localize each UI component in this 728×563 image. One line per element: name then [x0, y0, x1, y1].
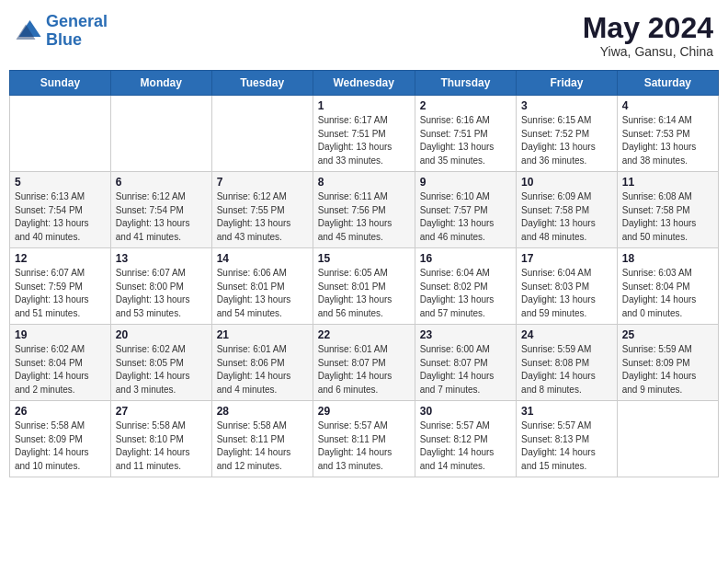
day-number: 25: [622, 328, 713, 341]
day-number: 27: [116, 405, 207, 418]
day-number: 9: [420, 176, 511, 189]
day-number: 30: [420, 405, 511, 418]
weekday-header-thursday: Thursday: [415, 71, 516, 96]
day-info: Sunrise: 6:17 AMSunset: 7:51 PMDaylight:…: [318, 114, 410, 167]
calendar-day-1: 1Sunrise: 6:17 AMSunset: 7:51 PMDaylight…: [313, 96, 415, 172]
location: Yiwa, Gansu, China: [583, 44, 713, 59]
calendar-day-25: 25Sunrise: 5:59 AMSunset: 8:09 PMDayligh…: [617, 325, 718, 401]
title-block: May 2024 Yiwa, Gansu, China: [583, 13, 713, 59]
day-number: 8: [318, 176, 410, 189]
calendar-day-21: 21Sunrise: 6:01 AMSunset: 8:06 PMDayligh…: [211, 325, 313, 401]
day-info: Sunrise: 6:13 AMSunset: 7:54 PMDaylight:…: [15, 190, 106, 244]
calendar-day-27: 27Sunrise: 5:58 AMSunset: 8:10 PMDayligh…: [110, 401, 211, 477]
day-info: Sunrise: 6:10 AMSunset: 7:57 PMDaylight:…: [420, 190, 511, 244]
calendar-empty-cell: [110, 96, 211, 172]
calendar-day-6: 6Sunrise: 6:12 AMSunset: 7:54 PMDaylight…: [110, 172, 211, 248]
day-info: Sunrise: 5:58 AMSunset: 8:10 PMDaylight:…: [116, 419, 207, 473]
calendar-day-15: 15Sunrise: 6:05 AMSunset: 8:01 PMDayligh…: [313, 248, 415, 325]
weekday-header-wednesday: Wednesday: [313, 71, 415, 96]
day-info: Sunrise: 5:59 AMSunset: 8:08 PMDaylight:…: [521, 343, 612, 396]
day-info: Sunrise: 5:58 AMSunset: 8:11 PMDaylight:…: [217, 419, 308, 473]
day-number: 19: [15, 328, 106, 341]
day-info: Sunrise: 6:00 AMSunset: 8:07 PMDaylight:…: [420, 343, 511, 396]
day-number: 17: [521, 252, 612, 265]
calendar-day-5: 5Sunrise: 6:13 AMSunset: 7:54 PMDaylight…: [10, 172, 111, 248]
day-number: 23: [420, 328, 511, 341]
weekday-header-tuesday: Tuesday: [211, 71, 313, 96]
weekday-header-row: SundayMondayTuesdayWednesdayThursdayFrid…: [10, 71, 719, 96]
day-number: 11: [622, 176, 713, 189]
day-info: Sunrise: 5:57 AMSunset: 8:12 PMDaylight:…: [420, 419, 511, 473]
day-info: Sunrise: 6:15 AMSunset: 7:52 PMDaylight:…: [521, 114, 612, 167]
day-number: 14: [217, 252, 308, 265]
day-info: Sunrise: 6:07 AMSunset: 7:59 PMDaylight:…: [15, 267, 106, 320]
day-number: 26: [15, 405, 106, 418]
logo-text: General Blue: [46, 13, 108, 50]
calendar-day-14: 14Sunrise: 6:06 AMSunset: 8:01 PMDayligh…: [211, 248, 313, 325]
day-number: 5: [15, 176, 106, 189]
calendar-day-18: 18Sunrise: 6:03 AMSunset: 8:04 PMDayligh…: [617, 248, 718, 325]
day-number: 31: [521, 405, 612, 418]
day-info: Sunrise: 6:11 AMSunset: 7:56 PMDaylight:…: [318, 190, 410, 244]
day-info: Sunrise: 6:03 AMSunset: 8:04 PMDaylight:…: [622, 267, 713, 320]
day-info: Sunrise: 6:04 AMSunset: 8:02 PMDaylight:…: [420, 267, 511, 320]
day-info: Sunrise: 6:06 AMSunset: 8:01 PMDaylight:…: [217, 267, 308, 320]
calendar-day-8: 8Sunrise: 6:11 AMSunset: 7:56 PMDaylight…: [313, 172, 415, 248]
day-number: 3: [521, 99, 612, 112]
calendar-day-23: 23Sunrise: 6:00 AMSunset: 8:07 PMDayligh…: [415, 325, 516, 401]
day-info: Sunrise: 6:12 AMSunset: 7:55 PMDaylight:…: [217, 190, 308, 244]
calendar-day-7: 7Sunrise: 6:12 AMSunset: 7:55 PMDaylight…: [211, 172, 313, 248]
day-info: Sunrise: 6:16 AMSunset: 7:51 PMDaylight:…: [420, 114, 511, 167]
calendar-day-13: 13Sunrise: 6:07 AMSunset: 8:00 PMDayligh…: [110, 248, 211, 325]
weekday-header-monday: Monday: [110, 71, 211, 96]
calendar-day-4: 4Sunrise: 6:14 AMSunset: 7:53 PMDaylight…: [617, 96, 718, 172]
weekday-header-saturday: Saturday: [617, 71, 718, 96]
day-number: 16: [420, 252, 511, 265]
day-info: Sunrise: 6:05 AMSunset: 8:01 PMDaylight:…: [318, 267, 410, 320]
day-number: 12: [15, 252, 106, 265]
calendar-day-17: 17Sunrise: 6:04 AMSunset: 8:03 PMDayligh…: [517, 248, 618, 325]
weekday-header-sunday: Sunday: [10, 71, 111, 96]
calendar-day-12: 12Sunrise: 6:07 AMSunset: 7:59 PMDayligh…: [10, 248, 111, 325]
day-info: Sunrise: 6:01 AMSunset: 8:07 PMDaylight:…: [318, 343, 410, 396]
day-number: 6: [116, 176, 207, 189]
weekday-header-friday: Friday: [517, 71, 618, 96]
day-number: 28: [217, 405, 308, 418]
day-number: 15: [318, 252, 410, 265]
day-number: 13: [116, 252, 207, 265]
calendar-day-19: 19Sunrise: 6:02 AMSunset: 8:04 PMDayligh…: [10, 325, 111, 401]
day-number: 20: [116, 328, 207, 341]
day-info: Sunrise: 6:01 AMSunset: 8:06 PMDaylight:…: [217, 343, 308, 396]
day-info: Sunrise: 6:02 AMSunset: 8:04 PMDaylight:…: [15, 343, 106, 396]
day-info: Sunrise: 6:04 AMSunset: 8:03 PMDaylight:…: [521, 267, 612, 320]
calendar-table: SundayMondayTuesdayWednesdayThursdayFrid…: [9, 70, 719, 477]
calendar-empty-cell: [617, 401, 718, 477]
day-info: Sunrise: 6:07 AMSunset: 8:00 PMDaylight:…: [116, 267, 207, 320]
calendar-day-11: 11Sunrise: 6:08 AMSunset: 7:58 PMDayligh…: [617, 172, 718, 248]
calendar-day-10: 10Sunrise: 6:09 AMSunset: 7:58 PMDayligh…: [517, 172, 618, 248]
calendar-day-30: 30Sunrise: 5:57 AMSunset: 8:12 PMDayligh…: [415, 401, 516, 477]
day-info: Sunrise: 6:02 AMSunset: 8:05 PMDaylight:…: [116, 343, 207, 396]
calendar-day-22: 22Sunrise: 6:01 AMSunset: 8:07 PMDayligh…: [313, 325, 415, 401]
day-number: 21: [217, 328, 308, 341]
page-header: General Blue May 2024 Yiwa, Gansu, China: [9, 9, 719, 63]
day-info: Sunrise: 6:08 AMSunset: 7:58 PMDaylight:…: [622, 190, 713, 244]
logo-icon: [15, 17, 42, 45]
day-number: 10: [521, 176, 612, 189]
day-number: 18: [622, 252, 713, 265]
calendar-day-2: 2Sunrise: 6:16 AMSunset: 7:51 PMDaylight…: [415, 96, 516, 172]
day-info: Sunrise: 5:57 AMSunset: 8:11 PMDaylight:…: [318, 419, 410, 473]
calendar-day-29: 29Sunrise: 5:57 AMSunset: 8:11 PMDayligh…: [313, 401, 415, 477]
calendar-week-row: 1Sunrise: 6:17 AMSunset: 7:51 PMDaylight…: [10, 96, 719, 172]
day-info: Sunrise: 6:14 AMSunset: 7:53 PMDaylight:…: [622, 114, 713, 167]
calendar-week-row: 19Sunrise: 6:02 AMSunset: 8:04 PMDayligh…: [10, 325, 719, 401]
day-info: Sunrise: 5:59 AMSunset: 8:09 PMDaylight:…: [622, 343, 713, 396]
calendar-day-28: 28Sunrise: 5:58 AMSunset: 8:11 PMDayligh…: [211, 401, 313, 477]
calendar-week-row: 26Sunrise: 5:58 AMSunset: 8:09 PMDayligh…: [10, 401, 719, 477]
calendar-day-31: 31Sunrise: 5:57 AMSunset: 8:13 PMDayligh…: [517, 401, 618, 477]
calendar-empty-cell: [10, 96, 111, 172]
day-info: Sunrise: 6:09 AMSunset: 7:58 PMDaylight:…: [521, 190, 612, 244]
calendar-day-3: 3Sunrise: 6:15 AMSunset: 7:52 PMDaylight…: [517, 96, 618, 172]
calendar-day-20: 20Sunrise: 6:02 AMSunset: 8:05 PMDayligh…: [110, 325, 211, 401]
month-year: May 2024: [583, 13, 713, 42]
